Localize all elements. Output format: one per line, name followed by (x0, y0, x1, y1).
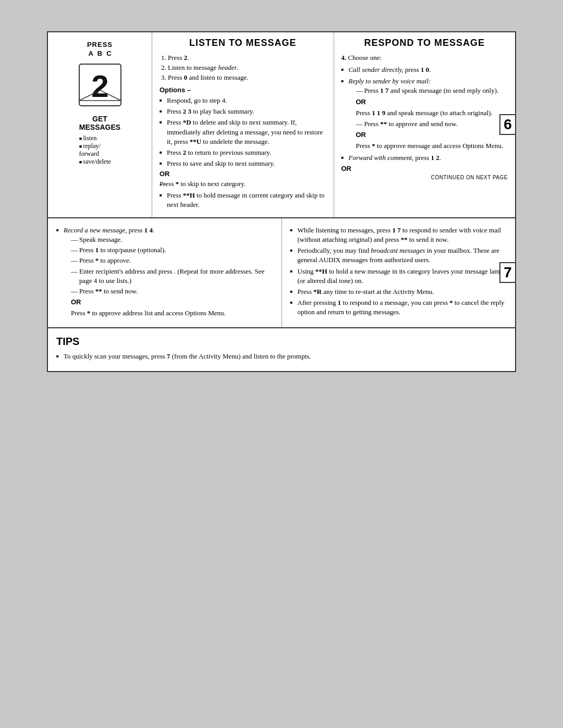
right-panel: Respond to Message 4. Choose one: Call s… (334, 32, 516, 217)
speak-msg: Speak message. (71, 235, 273, 244)
press-approve: Press ** to approve and send now. (356, 119, 508, 129)
press-star-r: Press *R any time to re-start at the Act… (290, 287, 507, 297)
middle-panel: Listen to Message Press 2. Listen to mes… (152, 32, 334, 217)
page-container: PRESS A B C 2 GETMESSAGES listen re (47, 31, 516, 372)
opt-skip-cat: Press * to skip to next category. (160, 179, 326, 189)
press-119: Press 1 1 9 and speak message (to attach… (356, 108, 508, 118)
press-star-approve2: Press * to approve. (71, 256, 273, 265)
or-final: OR (341, 165, 508, 172)
periodically: Periodically, you may find broadcast mes… (290, 246, 507, 265)
phone-number-icon: 2 (77, 61, 124, 108)
press-1-stop: Press 1 to stop/pause (optional). (71, 245, 273, 255)
or-bottom: OR (71, 298, 273, 307)
using-hh: Using **H to hold a new message in its c… (290, 267, 507, 286)
respond-list: Call sender directly, press 1 0. Reply t… (341, 65, 508, 163)
call-sender: Call sender directly, press 1 0. (341, 65, 508, 75)
press-approve-address: Press * to approve address list and acce… (71, 309, 273, 318)
gm-item-save: save/delete (79, 158, 120, 166)
get-messages-list: listen replay/forward save/delete (79, 134, 120, 166)
tips-section: TIPS To quickly scan your messages, pres… (47, 328, 516, 372)
tip-scan: To quickly scan your messages, press 7 (… (56, 352, 507, 361)
get-messages-title: GETMESSAGES (79, 115, 120, 131)
step-number-6: 6 (499, 114, 516, 135)
top-section: PRESS A B C 2 GETMESSAGES listen re (47, 31, 516, 218)
forward-comment: Forward with comment, press 1 2. (341, 153, 508, 163)
or-2: OR (356, 97, 508, 107)
get-messages: GETMESSAGES listen replay/forward save/d… (79, 115, 120, 166)
press-doublestar-send: Press ** to send now. (71, 287, 273, 296)
step-3: Press 0 and listen to message. (168, 73, 326, 82)
reply-sub: Press 1 7 and speak message (to send rep… (356, 86, 508, 151)
or-3: OR (356, 130, 508, 140)
bottom-left-list: Record a new message, press 1 4. Speak m… (56, 226, 273, 318)
record-sub: Speak message. Press 1 to stop/pause (op… (71, 235, 273, 318)
reply-voice: Reply to sender by voice mail: Press 1 7… (341, 77, 508, 151)
record-new: Record a new message, press 1 4. Speak m… (56, 226, 273, 318)
options-title: Options – (160, 86, 326, 94)
press-label: PRESS (87, 41, 113, 48)
step-2: Listen to message header. (168, 64, 326, 72)
or-1: OR (160, 170, 326, 178)
abc-b: B (97, 50, 102, 57)
options-list: Respond, go to step 4. Press 2 3 to play… (160, 96, 326, 168)
step-4-label: 4. Choose one: (341, 54, 508, 62)
tips-title: TIPS (56, 336, 507, 348)
left-panel: PRESS A B C 2 GETMESSAGES listen re (48, 32, 152, 217)
opt-hold: Press **H to hold message in current cat… (160, 191, 326, 209)
after-pressing: After pressing 1 to respond to a message… (290, 298, 507, 317)
gm-item-listen: listen (79, 134, 120, 142)
opt-respond: Respond, go to step 4. (160, 96, 326, 105)
svg-text:2: 2 (91, 69, 108, 104)
options-list-2: Press **H to hold message in current cat… (160, 191, 326, 209)
abc-c: C (106, 50, 111, 57)
bottom-section: Record a new message, press 1 4. Speak m… (47, 218, 516, 328)
abc-a: A (88, 50, 93, 57)
while-listening: While listening to messages, press 1 7 t… (290, 226, 507, 244)
respond-to-message-title: Respond to Message (341, 38, 508, 48)
press-17: Press 1 7 and speak message (to send rep… (356, 86, 508, 95)
opt-return: Press 2 to return to previous summary. (160, 148, 326, 157)
step-1: Press 2. (168, 54, 326, 62)
opt-save: Press to save and skip to next summary. (160, 159, 326, 168)
bottom-right-list: While listening to messages, press 1 7 t… (290, 226, 507, 317)
gm-item-replay: replay/forward (79, 142, 120, 158)
step-number-7: 7 (499, 262, 516, 283)
listen-to-message-title: Listen to Message (160, 38, 326, 48)
tips-list: To quickly scan your messages, press 7 (… (56, 352, 507, 361)
opt-playback: Press 2 3 to play back summary. (160, 107, 326, 116)
continued-label: CONTINUED ON NEXT PAGE (341, 175, 508, 180)
bottom-left-panel: Record a new message, press 1 4. Speak m… (48, 218, 282, 327)
bottom-right-panel: While listening to messages, press 1 7 t… (282, 218, 516, 327)
enter-recipient: Enter recipient's address and press . (R… (71, 267, 273, 286)
abc-row: A B C (88, 50, 111, 57)
press-star-approve: Press * to approve message and access Op… (356, 141, 508, 151)
main-steps: Press 2. Listen to message header. Press… (168, 54, 326, 82)
opt-delete: Press *D to delete and skip to next summ… (160, 118, 326, 146)
